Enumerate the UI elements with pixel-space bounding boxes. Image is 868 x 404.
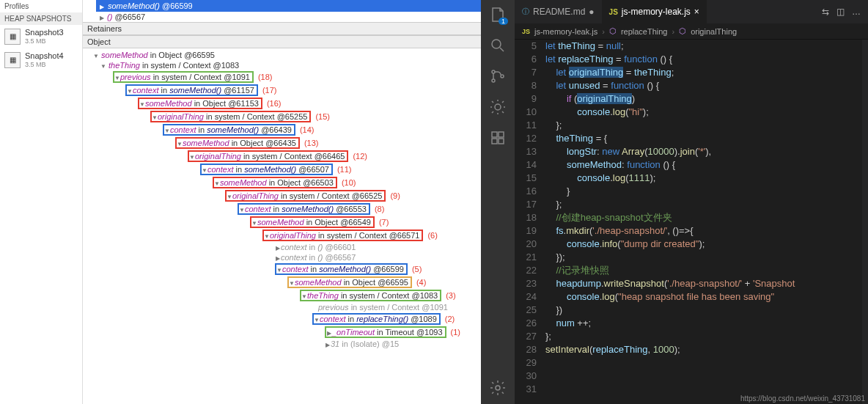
toggle-icon[interactable] (202, 165, 207, 174)
context-label: in (309, 243, 316, 251)
tree-row[interactable]: originalThing in system / Context @65255… (93, 110, 481, 123)
tree-row[interactable]: originalThing in system / Context @66465… (93, 150, 481, 163)
prop-name: theThing (108, 61, 140, 70)
files-icon[interactable]: 1 (489, 6, 507, 23)
cube-icon: ⬡ (679, 26, 686, 36)
tree-row[interactable]: originalThing in system / Context @66525… (93, 189, 481, 202)
method-name: () (107, 12, 112, 21)
tree-row[interactable]: context in someMethod() @66553(8) (93, 202, 481, 216)
profiles-header: Profiles (0, 0, 82, 12)
compare-icon[interactable]: ⇆ (822, 7, 829, 17)
tree-row[interactable]: theThing in system / Context @1083(3) (93, 289, 481, 302)
toggle-icon[interactable] (114, 73, 120, 81)
crumb[interactable]: js-memory-leak.js (534, 27, 597, 36)
minimap[interactable] (862, 40, 868, 404)
svg-point-4 (495, 104, 501, 110)
context-label: in (309, 253, 316, 262)
object-id: @65255 (277, 112, 308, 121)
tree-row[interactable]: someMethod in Object @66549(7) (93, 216, 481, 229)
toggle-icon[interactable] (152, 112, 158, 121)
tree-row[interactable]: context in replaceThing() @1089(2) (93, 312, 481, 326)
method-name: someMethod() (169, 86, 221, 95)
split-icon[interactable]: ◫ (836, 7, 845, 17)
toggle-icon[interactable] (139, 99, 145, 108)
toggle-icon[interactable] (189, 152, 195, 161)
code-content[interactable]: let theThing = null;let replaceThing = f… (545, 40, 862, 404)
expand-icon[interactable] (99, 12, 105, 21)
context-label: in system / Context (243, 152, 312, 161)
chevron-right-icon: › (672, 27, 674, 36)
expand-icon[interactable] (99, 1, 105, 10)
collapse-icon[interactable] (93, 51, 99, 59)
toggle-icon[interactable] (275, 253, 281, 262)
context-label: in (236, 165, 243, 174)
collapse-icon[interactable] (100, 61, 106, 70)
tree-row[interactable]: () @66567 (96, 12, 481, 22)
search-icon[interactable] (489, 37, 507, 54)
retainers-tree: someMethod() @66599 () @66567 Retainers … (83, 0, 481, 404)
prop-name: 31 (331, 339, 339, 348)
method-name: someMethod() (244, 165, 296, 174)
toggle-icon[interactable] (276, 265, 282, 273)
snapshot-item[interactable]: ▦ Snapshot4 3.5 MB (0, 48, 82, 72)
tree-row[interactable]: 31 in (Isolate) @15 (93, 339, 481, 349)
object-id: @66567 (326, 253, 356, 262)
git-icon[interactable] (489, 67, 507, 85)
tree-row[interactable]: previous in system / Context @1091(18) (93, 70, 481, 84)
toggle-icon[interactable] (314, 315, 320, 323)
more-icon[interactable]: … (852, 7, 861, 17)
toggle-icon[interactable] (289, 278, 295, 287)
tree-row[interactable]: originalThing in system / Context @66571… (93, 229, 481, 242)
context-label: in system / Context (206, 112, 275, 121)
tree-row[interactable]: context in someMethod() @66439(14) (93, 123, 481, 136)
gear-icon[interactable] (489, 379, 507, 397)
close-icon[interactable]: × (694, 7, 699, 17)
prop-name: someMethod (257, 218, 304, 227)
tab-readme[interactable]: ⓘ README.md ● (515, 0, 602, 23)
tree-row[interactable]: theThing in system / Context @1083 (93, 60, 481, 70)
prop-name: context (320, 315, 345, 323)
editor-area: ⓘ README.md ● JS js-memory-leak.js × ⇆ ◫… (515, 0, 868, 404)
toggle-icon[interactable] (239, 205, 245, 213)
toggle-icon[interactable] (251, 218, 257, 227)
toggle-icon[interactable] (325, 339, 331, 348)
tree-row[interactable]: someMethod in Object @66595 (93, 50, 481, 60)
extensions-icon[interactable] (489, 129, 507, 147)
object-id: @1091 (224, 73, 250, 81)
toggle-icon[interactable] (264, 231, 270, 240)
tree-row[interactable]: someMethod in Object @66435(13) (93, 136, 481, 150)
context-label: in (161, 86, 168, 95)
toggle-icon[interactable] (214, 178, 220, 187)
debug-icon[interactable] (489, 98, 507, 116)
tree-row[interactable]: context in someMethod() @66599(5) (93, 262, 481, 276)
tree-row[interactable]: someMethod in Object @66503(10) (93, 176, 481, 189)
tree-row[interactable]: context in () @66567 (93, 252, 481, 262)
prop-name: context (281, 253, 306, 262)
toggle-icon[interactable] (275, 243, 281, 251)
annotation: (2) (445, 315, 455, 323)
toggle-icon[interactable] (164, 125, 170, 134)
prop-name: originalThing (195, 152, 241, 161)
selected-row[interactable]: someMethod() @66599 (96, 0, 481, 12)
toggle-icon[interactable] (177, 139, 183, 147)
annotation: (5) (412, 265, 422, 273)
tree-row[interactable]: previous in system / Context @1091 (93, 302, 481, 312)
tree-row[interactable]: someMethod in Object @61153(16) (93, 97, 481, 110)
tab-js-memory-leak[interactable]: JS js-memory-leak.js × (602, 0, 707, 23)
crumb[interactable]: replaceThing (621, 27, 668, 36)
toggle-icon[interactable] (127, 86, 133, 95)
badge: 1 (499, 18, 508, 25)
tree-row[interactable]: _onTimeout in Timeout @1093(1) (93, 326, 481, 339)
prop-name: _onTimeout (332, 328, 375, 337)
toggle-icon[interactable] (227, 191, 232, 200)
snapshot-item[interactable]: ▦ Snapshot3 3.5 MB (0, 25, 82, 48)
tree-row[interactable]: someMethod in Object @66595(4) (93, 276, 481, 289)
toggle-icon[interactable] (301, 291, 307, 300)
toggle-icon[interactable] (326, 328, 332, 337)
code-editor[interactable]: 5678910111213141516171819202122232425262… (515, 40, 868, 404)
breadcrumb[interactable]: JS js-memory-leak.js › ⬡ replaceThing › … (515, 23, 868, 40)
tree-row[interactable]: context in someMethod() @61157(17) (93, 84, 481, 97)
crumb[interactable]: originalThing (691, 27, 737, 36)
tree-row[interactable]: context in someMethod() @66507(11) (93, 163, 481, 176)
tree-row[interactable]: context in () @66601 (93, 242, 481, 252)
